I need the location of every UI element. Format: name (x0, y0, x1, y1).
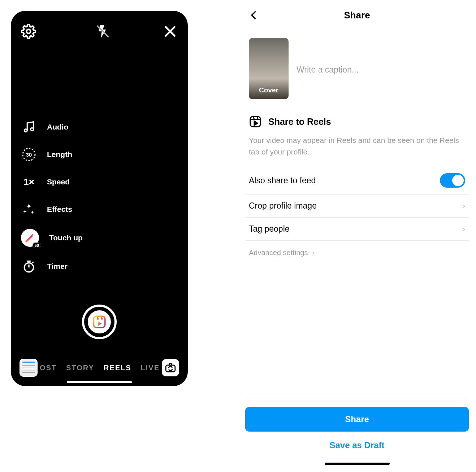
tool-touchup[interactable]: 50 Touch up (21, 229, 83, 247)
camera-top-bar (11, 11, 188, 40)
advanced-settings-label: Advanced settings (249, 249, 308, 257)
save-draft-button[interactable]: Save as Draft (245, 432, 469, 459)
share-screen: Share Cover Share to Reels Your video ma… (238, 0, 476, 472)
tool-label: Length (47, 150, 72, 159)
svg-text:30: 30 (26, 152, 32, 158)
tool-label: Speed (47, 178, 70, 186)
tool-label: Touch up (49, 233, 83, 242)
flip-camera-button[interactable] (162, 359, 179, 376)
also-share-feed-label: Also share to feed (249, 176, 316, 185)
music-note-icon (21, 119, 37, 135)
home-indicator (325, 463, 390, 465)
tag-people-row[interactable]: Tag people › (245, 218, 469, 241)
shutter-inner (86, 309, 113, 335)
crop-profile-row[interactable]: Crop profile image › (245, 195, 469, 218)
share-to-reels-desc: Your video may appear in Reels and can b… (245, 131, 469, 167)
reels-camera-screen: Audio 30 Length 1× Speed Effects (11, 11, 188, 386)
stopwatch-icon (21, 258, 37, 274)
home-indicator (67, 381, 132, 383)
tool-speed[interactable]: 1× Speed (21, 174, 83, 190)
tool-length[interactable]: 30 Length (21, 147, 83, 162)
touchup-badge: 50 (33, 242, 41, 248)
tool-label: Timer (47, 262, 68, 271)
tool-label: Audio (47, 123, 68, 131)
tool-effects[interactable]: Effects (21, 201, 83, 217)
svg-rect-13 (94, 316, 105, 328)
also-share-feed-toggle[interactable] (440, 173, 465, 188)
reels-logo-icon (92, 315, 106, 329)
share-header: Share (245, 4, 469, 27)
camera-mode-tabs: OST STORY REELS LIVE (38, 364, 162, 372)
close-icon[interactable] (163, 24, 178, 40)
caption-input[interactable] (297, 38, 465, 99)
share-button[interactable]: Share (245, 407, 469, 432)
record-shutter-button[interactable] (82, 305, 117, 339)
also-share-feed-row: Also share to feed (245, 167, 469, 195)
share-to-reels-title: Share to Reels (268, 117, 331, 127)
page-title: Share (344, 10, 370, 21)
caption-row: Cover (245, 29, 469, 110)
camera-tool-list: Audio 30 Length 1× Speed Effects (21, 119, 83, 274)
sparkles-icon (21, 201, 37, 217)
svg-line-12 (33, 262, 34, 263)
svg-point-6 (31, 128, 34, 131)
tool-label: Effects (47, 205, 72, 214)
flash-off-icon[interactable] (95, 24, 111, 40)
chevron-right-icon: › (463, 201, 465, 211)
speed-icon: 1× (21, 174, 37, 190)
back-icon[interactable] (249, 10, 259, 20)
bottom-actions: Share Save as Draft (245, 398, 469, 465)
touchup-icon: 50 (21, 229, 39, 247)
share-to-reels-header: Share to Reels (245, 110, 469, 131)
duration-icon: 30 (21, 147, 37, 162)
mode-tab-live[interactable]: LIVE (141, 364, 160, 372)
tool-audio[interactable]: Audio (21, 119, 83, 135)
mode-tab-post[interactable]: OST (40, 364, 57, 372)
tag-people-label: Tag people (249, 224, 290, 234)
chevron-right-icon: › (312, 249, 314, 257)
svg-point-0 (26, 29, 30, 33)
reels-icon (249, 115, 262, 128)
gallery-thumbnail[interactable] (20, 359, 38, 377)
svg-point-5 (24, 129, 27, 132)
advanced-settings-row[interactable]: Advanced settings › (245, 241, 469, 265)
mode-tab-reels[interactable]: REELS (104, 364, 131, 372)
mode-tab-story[interactable]: STORY (66, 364, 94, 372)
tool-timer[interactable]: Timer (21, 258, 83, 274)
settings-gear-icon[interactable] (21, 24, 36, 40)
camera-bottom-bar: OST STORY REELS LIVE (11, 359, 188, 377)
chevron-right-icon: › (463, 224, 465, 234)
cover-thumbnail[interactable]: Cover (249, 38, 289, 99)
crop-profile-label: Crop profile image (249, 201, 317, 211)
cover-label: Cover (249, 86, 289, 94)
